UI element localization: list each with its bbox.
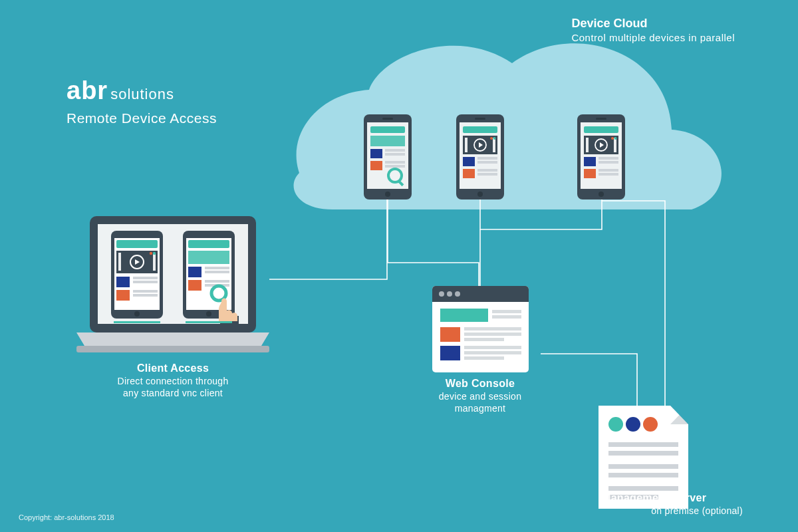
cloud-title-text: Device Cloud bbox=[571, 17, 735, 31]
svg-point-67 bbox=[455, 291, 460, 297]
svg-rect-57 bbox=[205, 280, 229, 283]
svg-rect-54 bbox=[205, 267, 229, 269]
svg-rect-77 bbox=[464, 351, 521, 354]
svg-rect-64 bbox=[432, 298, 529, 302]
svg-rect-41 bbox=[133, 277, 158, 279]
cloud-phone-1 bbox=[364, 114, 412, 200]
cloud-icon bbox=[294, 43, 722, 209]
svg-point-80 bbox=[608, 417, 623, 432]
svg-rect-87 bbox=[608, 486, 678, 491]
svg-point-50 bbox=[206, 311, 211, 317]
product-title: Remote Device Access bbox=[66, 110, 217, 126]
svg-point-82 bbox=[643, 417, 658, 432]
svg-rect-84 bbox=[608, 451, 678, 456]
svg-point-39 bbox=[153, 252, 156, 255]
server-title: Management Server bbox=[602, 492, 775, 504]
svg-rect-85 bbox=[608, 464, 678, 469]
client-title: Client Access bbox=[96, 362, 249, 374]
svg-rect-51 bbox=[188, 240, 229, 248]
svg-rect-43 bbox=[116, 290, 130, 301]
svg-rect-61 bbox=[186, 321, 232, 323]
svg-point-66 bbox=[447, 291, 452, 297]
console-caption: Web Console device and session managment bbox=[414, 378, 547, 414]
svg-rect-73 bbox=[464, 332, 521, 336]
svg-rect-72 bbox=[464, 327, 521, 331]
svg-rect-36 bbox=[118, 253, 121, 271]
client-sub1: Direct connection through bbox=[96, 376, 249, 388]
svg-rect-86 bbox=[608, 473, 678, 477]
svg-rect-47 bbox=[114, 321, 160, 323]
svg-point-38 bbox=[150, 252, 152, 255]
svg-rect-52 bbox=[188, 251, 229, 264]
svg-rect-56 bbox=[188, 280, 201, 291]
brand-bold: abr bbox=[66, 76, 108, 104]
console-sub2: managment bbox=[414, 403, 547, 415]
server-caption: Management Server on premise (optional) bbox=[602, 492, 775, 517]
cloud-phone-2 bbox=[456, 114, 504, 200]
cloud-phone-3 bbox=[577, 114, 625, 200]
console-sub1: device and session bbox=[414, 391, 547, 403]
svg-rect-83 bbox=[608, 442, 678, 447]
cloud-caption: Device Cloud Control multiple devices in… bbox=[571, 17, 735, 43]
svg-rect-33 bbox=[116, 240, 158, 248]
svg-point-65 bbox=[439, 291, 444, 297]
brand-block: abrsolutions Remote Device Access bbox=[66, 76, 217, 126]
svg-rect-37 bbox=[153, 253, 156, 271]
web-console-icon bbox=[432, 286, 529, 372]
svg-rect-78 bbox=[464, 356, 504, 360]
svg-point-81 bbox=[626, 417, 640, 432]
svg-rect-68 bbox=[440, 309, 488, 322]
svg-rect-74 bbox=[464, 338, 504, 341]
svg-rect-45 bbox=[133, 294, 158, 297]
console-title: Web Console bbox=[414, 378, 547, 390]
svg-rect-55 bbox=[205, 271, 229, 273]
laptop-icon bbox=[76, 216, 269, 352]
svg-rect-75 bbox=[440, 346, 460, 360]
svg-rect-76 bbox=[464, 346, 521, 349]
svg-rect-40 bbox=[116, 277, 130, 287]
client-caption: Client Access Direct connection through … bbox=[96, 362, 249, 399]
svg-rect-29 bbox=[76, 346, 269, 352]
server-sub: on premise (optional) bbox=[602, 505, 775, 517]
svg-rect-44 bbox=[133, 290, 158, 293]
svg-rect-42 bbox=[133, 281, 158, 283]
client-sub2: any standard vnc client bbox=[96, 388, 249, 400]
cloud-subtitle-text: Control multiple devices in parallel bbox=[571, 32, 735, 43]
svg-rect-70 bbox=[492, 315, 521, 319]
svg-rect-69 bbox=[492, 310, 521, 313]
brand-thin: solutions bbox=[110, 86, 174, 102]
svg-point-32 bbox=[134, 311, 140, 317]
copyright-text: Copyright: abr-solutions 2018 bbox=[19, 513, 114, 521]
svg-rect-53 bbox=[188, 267, 201, 277]
svg-rect-71 bbox=[440, 327, 460, 342]
